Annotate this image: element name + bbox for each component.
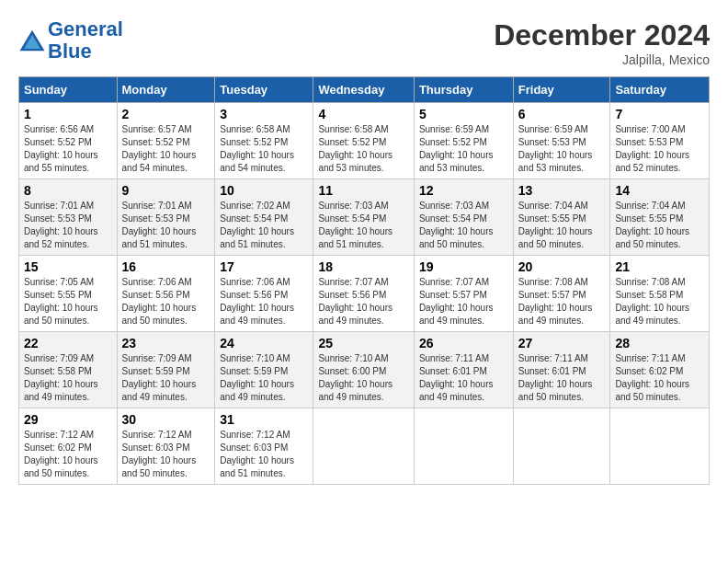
col-friday: Friday <box>513 77 610 103</box>
location: Jalpilla, Mexico <box>494 52 710 67</box>
day-number: 28 <box>615 336 704 350</box>
day-detail: Sunrise: 7:03 AMSunset: 5:54 PMDaylight:… <box>318 201 392 249</box>
calendar-week-3: 15 Sunrise: 7:05 AMSunset: 5:55 PMDaylig… <box>19 256 710 332</box>
calendar-cell: 17 Sunrise: 7:06 AMSunset: 5:56 PMDaylig… <box>215 256 313 332</box>
day-detail: Sunrise: 7:08 AMSunset: 5:58 PMDaylight:… <box>615 277 689 326</box>
day-number: 27 <box>518 336 606 350</box>
day-number: 26 <box>419 336 508 350</box>
calendar-cell: 21 Sunrise: 7:08 AMSunset: 5:58 PMDaylig… <box>610 256 710 332</box>
calendar-cell: 9 Sunrise: 7:01 AMSunset: 5:53 PMDayligh… <box>117 179 215 256</box>
day-number: 15 <box>24 259 112 274</box>
day-number: 7 <box>615 107 704 121</box>
day-number: 17 <box>220 259 308 274</box>
col-tuesday: Tuesday <box>215 77 313 103</box>
day-detail: Sunrise: 7:03 AMSunset: 5:54 PMDaylight:… <box>419 201 494 249</box>
day-detail: Sunrise: 7:06 AMSunset: 5:56 PMDaylight:… <box>220 277 294 326</box>
calendar-cell: 23 Sunrise: 7:09 AMSunset: 5:59 PMDaylig… <box>117 332 215 408</box>
day-detail: Sunrise: 6:57 AMSunset: 5:52 PMDaylight:… <box>122 124 197 173</box>
day-number: 29 <box>24 412 112 427</box>
day-number: 1 <box>24 107 112 121</box>
calendar-week-2: 8 Sunrise: 7:01 AMSunset: 5:53 PMDayligh… <box>19 179 710 256</box>
calendar-cell: 3 Sunrise: 6:58 AMSunset: 5:52 PMDayligh… <box>215 103 313 179</box>
day-detail: Sunrise: 7:11 AMSunset: 6:02 PMDaylight:… <box>615 353 689 402</box>
calendar-cell: 14 Sunrise: 7:04 AMSunset: 5:55 PMDaylig… <box>610 179 710 256</box>
calendar-cell: 10 Sunrise: 7:02 AMSunset: 5:54 PMDaylig… <box>215 179 313 256</box>
calendar-cell: 1 Sunrise: 6:56 AMSunset: 5:52 PMDayligh… <box>19 103 118 179</box>
day-detail: Sunrise: 6:58 AMSunset: 5:52 PMDaylight:… <box>220 124 294 173</box>
day-detail: Sunrise: 7:02 AMSunset: 5:54 PMDaylight:… <box>220 201 294 249</box>
calendar-cell <box>513 408 610 485</box>
calendar-cell <box>414 408 513 485</box>
day-detail: Sunrise: 7:06 AMSunset: 5:56 PMDaylight:… <box>122 277 197 326</box>
day-detail: Sunrise: 7:11 AMSunset: 6:01 PMDaylight:… <box>419 353 494 402</box>
day-detail: Sunrise: 7:12 AMSunset: 6:03 PMDaylight:… <box>220 430 294 478</box>
calendar-table: Sunday Monday Tuesday Wednesday Thursday… <box>18 76 710 485</box>
day-number: 16 <box>122 259 210 274</box>
day-number: 22 <box>24 336 112 350</box>
calendar-cell: 15 Sunrise: 7:05 AMSunset: 5:55 PMDaylig… <box>19 256 118 332</box>
day-detail: Sunrise: 7:01 AMSunset: 5:53 PMDaylight:… <box>24 201 98 249</box>
day-detail: Sunrise: 7:01 AMSunset: 5:53 PMDaylight:… <box>122 201 197 249</box>
calendar-cell <box>313 408 414 485</box>
day-detail: Sunrise: 7:04 AMSunset: 5:55 PMDaylight:… <box>615 201 689 249</box>
day-detail: Sunrise: 7:08 AMSunset: 5:57 PMDaylight:… <box>518 277 593 326</box>
calendar-cell: 20 Sunrise: 7:08 AMSunset: 5:57 PMDaylig… <box>513 256 610 332</box>
day-number: 23 <box>122 336 210 350</box>
day-detail: Sunrise: 7:11 AMSunset: 6:01 PMDaylight:… <box>518 353 593 402</box>
col-saturday: Saturday <box>610 77 710 103</box>
logo-line1: General <box>48 17 123 40</box>
day-detail: Sunrise: 7:07 AMSunset: 5:57 PMDaylight:… <box>419 277 494 326</box>
day-detail: Sunrise: 7:07 AMSunset: 5:56 PMDaylight:… <box>318 277 392 326</box>
day-detail: Sunrise: 7:09 AMSunset: 5:58 PMDaylight:… <box>24 353 98 402</box>
logo: General Blue <box>18 18 123 63</box>
col-monday: Monday <box>117 77 215 103</box>
calendar-cell: 4 Sunrise: 6:58 AMSunset: 5:52 PMDayligh… <box>313 103 414 179</box>
day-number: 11 <box>318 183 408 198</box>
calendar-cell: 31 Sunrise: 7:12 AMSunset: 6:03 PMDaylig… <box>215 408 313 485</box>
title-block: December 2024 Jalpilla, Mexico <box>494 18 710 67</box>
calendar-cell: 22 Sunrise: 7:09 AMSunset: 5:58 PMDaylig… <box>19 332 118 408</box>
day-number: 18 <box>318 259 408 274</box>
day-number: 24 <box>220 336 308 350</box>
day-detail: Sunrise: 6:58 AMSunset: 5:52 PMDaylight:… <box>318 124 392 173</box>
col-wednesday: Wednesday <box>313 77 414 103</box>
day-detail: Sunrise: 6:59 AMSunset: 5:53 PMDaylight:… <box>518 124 593 173</box>
calendar-week-5: 29 Sunrise: 7:12 AMSunset: 6:02 PMDaylig… <box>19 408 710 485</box>
day-number: 25 <box>318 336 408 350</box>
calendar-week-4: 22 Sunrise: 7:09 AMSunset: 5:58 PMDaylig… <box>19 332 710 408</box>
logo-icon <box>18 27 46 54</box>
day-number: 12 <box>419 183 508 198</box>
day-number: 2 <box>122 107 210 121</box>
calendar-cell: 29 Sunrise: 7:12 AMSunset: 6:02 PMDaylig… <box>19 408 118 485</box>
calendar-cell: 28 Sunrise: 7:11 AMSunset: 6:02 PMDaylig… <box>610 332 710 408</box>
day-detail: Sunrise: 7:12 AMSunset: 6:03 PMDaylight:… <box>122 430 197 478</box>
day-detail: Sunrise: 7:10 AMSunset: 5:59 PMDaylight:… <box>220 353 294 402</box>
day-number: 3 <box>220 107 308 121</box>
calendar-cell: 24 Sunrise: 7:10 AMSunset: 5:59 PMDaylig… <box>215 332 313 408</box>
calendar-cell: 16 Sunrise: 7:06 AMSunset: 5:56 PMDaylig… <box>117 256 215 332</box>
day-detail: Sunrise: 7:00 AMSunset: 5:53 PMDaylight:… <box>615 124 689 173</box>
day-number: 13 <box>518 183 606 198</box>
calendar-cell: 19 Sunrise: 7:07 AMSunset: 5:57 PMDaylig… <box>414 256 513 332</box>
day-number: 19 <box>419 259 508 274</box>
day-number: 20 <box>518 259 606 274</box>
day-detail: Sunrise: 7:10 AMSunset: 6:00 PMDaylight:… <box>318 353 392 402</box>
day-number: 30 <box>122 412 210 427</box>
day-number: 4 <box>318 107 408 121</box>
calendar-cell: 25 Sunrise: 7:10 AMSunset: 6:00 PMDaylig… <box>313 332 414 408</box>
day-number: 14 <box>615 183 704 198</box>
day-detail: Sunrise: 6:59 AMSunset: 5:52 PMDaylight:… <box>419 124 494 173</box>
calendar-cell: 18 Sunrise: 7:07 AMSunset: 5:56 PMDaylig… <box>313 256 414 332</box>
day-detail: Sunrise: 7:05 AMSunset: 5:55 PMDaylight:… <box>24 277 98 326</box>
calendar-cell: 6 Sunrise: 6:59 AMSunset: 5:53 PMDayligh… <box>513 103 610 179</box>
col-thursday: Thursday <box>414 77 513 103</box>
calendar-cell: 7 Sunrise: 7:00 AMSunset: 5:53 PMDayligh… <box>610 103 710 179</box>
calendar-cell: 13 Sunrise: 7:04 AMSunset: 5:55 PMDaylig… <box>513 179 610 256</box>
day-number: 21 <box>615 259 704 274</box>
calendar-cell <box>610 408 710 485</box>
calendar-cell: 30 Sunrise: 7:12 AMSunset: 6:03 PMDaylig… <box>117 408 215 485</box>
day-number: 8 <box>24 183 112 198</box>
day-number: 6 <box>518 107 606 121</box>
logo-line2: Blue <box>48 40 92 63</box>
day-number: 5 <box>419 107 508 121</box>
